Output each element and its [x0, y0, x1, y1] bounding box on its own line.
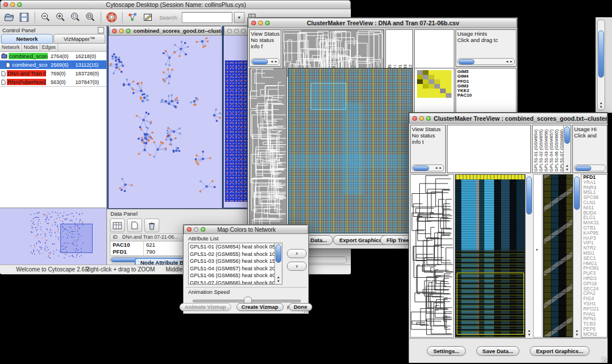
view-status-scrollbar[interactable]: ◄ ► [251, 58, 280, 65]
column-header[interactable]: Network [0, 44, 22, 51]
attribute-item[interactable]: GPL51-02 (GSM855) heat shock 10 min [189, 251, 282, 258]
select-attributes-button[interactable] [110, 219, 125, 232]
zoom-selected-button[interactable] [68, 10, 82, 24]
attribute-list-vscrollbar[interactable]: ▲▼ [274, 243, 282, 284]
matrix-cell[interactable] [429, 93, 434, 98]
matrix-cell[interactable] [429, 84, 434, 89]
scrollbar-thumb[interactable] [574, 177, 580, 210]
matrix-cell[interactable] [434, 89, 440, 93]
scrollbar-thumb[interactable] [252, 59, 268, 64]
network-row[interactable]: combined_scores 2764(0) 16218(0) [0, 52, 106, 60]
matrix-cell[interactable] [417, 84, 423, 89]
matrix-cell[interactable] [423, 84, 429, 89]
attribute-item[interactable]: GPL51-06 (GSM865) heat shock 40 min [189, 272, 282, 279]
minimize-button[interactable] [10, 2, 15, 7]
matrix-cell[interactable] [423, 89, 429, 93]
open-file-button[interactable] [2, 10, 16, 24]
treeview-combined-title-bar[interactable]: ClusterMaker TreeView : combined_scores_… [409, 113, 607, 124]
delete-attribute-button[interactable] [144, 219, 159, 232]
gene-label[interactable]: PAC10 [457, 93, 516, 98]
main-title-bar[interactable]: Cytoscape Desktop (Session Name: collins… [0, 0, 351, 9]
global-heatmap-vscrollbar[interactable]: ▲▼ [525, 174, 533, 338]
dialog-title-bar[interactable]: Map Colors to Network [183, 225, 308, 234]
attribute-item[interactable]: GPL51-03 (GSM856) heat shock 15 min [189, 258, 282, 265]
export-graphics-button[interactable]: Export Graphics... [530, 346, 590, 356]
animation-speed-slider[interactable] [193, 300, 301, 302]
matrix-cell[interactable] [417, 79, 423, 84]
network-row[interactable]: DNA and Tran 07 769(0) 183728(0) [0, 69, 106, 78]
matrix-cell[interactable] [440, 93, 446, 98]
zoom-out-button[interactable] [39, 10, 52, 24]
matrix-cell[interactable] [423, 79, 429, 84]
scrollbar-thumb[interactable] [458, 59, 475, 64]
row-dendrogram[interactable] [249, 68, 287, 233]
array-label[interactable]: GPL51-02 (GSM855) [538, 129, 544, 172]
zoom-in-button[interactable] [53, 10, 67, 24]
minimize-button[interactable] [194, 227, 198, 232]
matrix-cell[interactable] [423, 75, 429, 79]
move-up-button[interactable]: ∧ [287, 249, 307, 258]
matrix-cell[interactable] [423, 70, 429, 75]
birdseye-viewport-rect[interactable] [60, 224, 93, 253]
create-vizmap-button[interactable]: Create Vizmap [236, 303, 284, 311]
usage-hints-scrollbar[interactable]: ◄ ► [457, 58, 515, 65]
network-list-empty-area[interactable] [0, 86, 106, 208]
minimize-button[interactable] [119, 29, 124, 33]
scrollbar-thumb[interactable] [575, 166, 591, 171]
zoomed-heatmap[interactable] [543, 174, 573, 338]
gene-label[interactable]: MON2 [583, 332, 607, 337]
matrix-cell[interactable] [440, 70, 446, 75]
column-header[interactable]: Nodes [22, 44, 40, 51]
zoom-button[interactable] [17, 2, 22, 7]
scrollbar-thumb[interactable] [598, 30, 604, 78]
network-view-title-bar[interactable]: combined_scores_good.txt--cluste... [109, 26, 222, 36]
matrix-cell[interactable] [440, 84, 446, 89]
resize-grip[interactable] [302, 307, 308, 313]
matrix-cell[interactable] [429, 79, 434, 84]
sliver-vscrollbar[interactable]: ▲▼ [597, 20, 605, 110]
divider-marker-icon[interactable]: ► [536, 248, 539, 251]
save-session-button[interactable] [17, 10, 31, 24]
attribute-item[interactable]: GPL51-01 (GSM854) heat shock 05 min [189, 243, 282, 251]
array-label[interactable]: GPL51-06 (GSM865) [554, 129, 559, 172]
column-dendrogram-area[interactable] [447, 125, 531, 173]
annotation-button[interactable] [141, 10, 155, 24]
matrix-cell[interactable] [429, 89, 434, 93]
matrix-cell[interactable] [446, 93, 452, 98]
array-label[interactable]: GPL51-04 (GSM857) [549, 129, 554, 172]
matrix-cell[interactable] [434, 93, 440, 98]
zoom-button[interactable] [241, 29, 246, 33]
scrollbar-thumb[interactable] [564, 127, 570, 144]
resize-grip[interactable] [601, 357, 607, 362]
column-header[interactable]: DNA and Tran 07-21-06... [120, 234, 181, 241]
matrix-cell[interactable] [446, 70, 452, 75]
close-button[interactable] [3, 2, 8, 7]
move-down-button[interactable]: ∨ [287, 262, 307, 271]
network-row[interactable]: RNAPuberNov2+ 563(0) 107847(0) [0, 78, 106, 86]
close-button[interactable] [227, 29, 232, 33]
float-panel-icon[interactable] [98, 27, 104, 33]
matrix-cell[interactable] [429, 75, 434, 79]
close-button[interactable] [112, 29, 117, 33]
matrix-cell[interactable] [446, 79, 452, 84]
matrix-cell[interactable] [434, 79, 440, 84]
zoom-button[interactable] [201, 227, 205, 232]
done-button[interactable]: Done [289, 303, 312, 311]
matrix-cell[interactable] [417, 75, 423, 79]
matrix-cell[interactable] [440, 89, 446, 93]
minimize-button[interactable] [419, 116, 424, 121]
search-input[interactable] [182, 12, 232, 23]
matrix-cell[interactable] [417, 70, 423, 75]
matrix-cell[interactable] [446, 75, 452, 79]
view-status-scrollbar[interactable]: ◄ ► [412, 164, 444, 171]
usage-hints-scrollbar[interactable] [574, 164, 606, 171]
column-header[interactable]: Edges [40, 44, 58, 51]
close-button[interactable] [251, 21, 256, 25]
matrix-cell[interactable] [440, 79, 446, 84]
animate-vizmap-button[interactable]: Animate Vizmap [179, 303, 231, 311]
control-panel-tab[interactable]: Network [1, 34, 53, 44]
scrollbar-thumb[interactable] [276, 244, 281, 263]
scrollbar-thumb[interactable] [526, 177, 532, 214]
zoom-button[interactable] [126, 29, 131, 33]
matrix-cell[interactable] [446, 89, 452, 93]
